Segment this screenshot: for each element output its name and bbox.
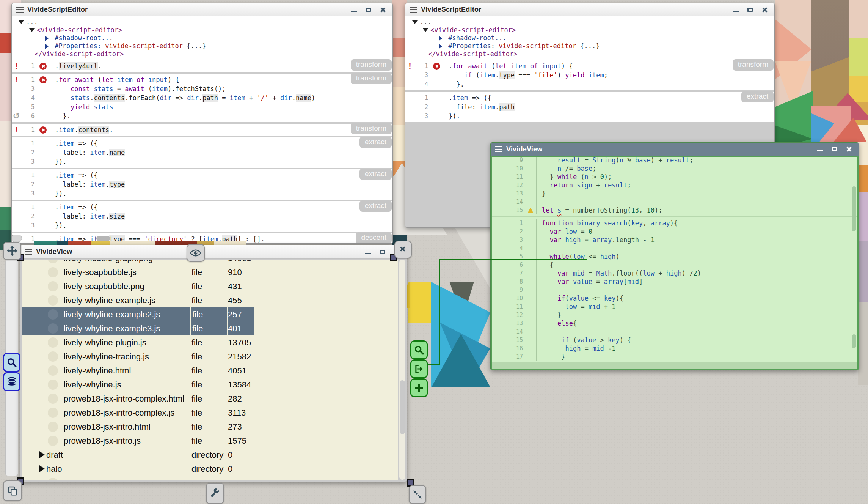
close-button[interactable] <box>843 145 855 154</box>
collapse-icon[interactable] <box>29 28 35 32</box>
script-step-badge[interactable]: extract <box>359 169 392 180</box>
code-line[interactable]: 1.item => ({ <box>12 203 392 212</box>
code-line[interactable]: 12 return sign + result; <box>492 181 857 189</box>
code-line[interactable]: 2 label: item.size <box>12 212 392 221</box>
close-button[interactable] <box>758 5 771 14</box>
code-line[interactable]: 3 var high = array.length - 1 <box>492 236 857 244</box>
file-row[interactable]: lively-soapbubble.pngfile431 <box>22 279 398 293</box>
resize-button[interactable] <box>409 485 426 504</box>
vertical-scrollbar-track[interactable] <box>399 260 405 480</box>
code-line[interactable]: !1.for await (let item of input) { <box>405 61 774 71</box>
script-block[interactable]: extract1.item => ({2 label: item.type3})… <box>12 169 392 200</box>
collapse-icon[interactable] <box>412 20 418 24</box>
code-line[interactable]: 2 label: item.type <box>12 180 392 189</box>
code-line[interactable]: 13 else{ <box>492 319 857 328</box>
file-row[interactable]: proweb18-jsx-intro.htmlfile273 <box>22 420 398 434</box>
code-line[interactable]: 17 } <box>492 353 857 361</box>
minimize-button[interactable] <box>730 5 742 14</box>
code-line[interactable]: 4 stats.contents.forEach(dir => dir.path… <box>12 93 392 102</box>
close-button[interactable] <box>377 5 389 14</box>
code-line[interactable]: 1function binary_search(key, array){ <box>492 219 857 227</box>
file-row[interactable]: lively-whyline-plugin.jsfile13705 <box>22 335 398 350</box>
code-line[interactable]: 13} <box>492 189 857 198</box>
halo-close-button[interactable] <box>394 241 412 258</box>
file-row[interactable]: halodirectory0 <box>22 462 398 476</box>
code-line[interactable]: 9 result = String(n % base) + result; <box>492 156 857 164</box>
menu-icon[interactable] <box>410 7 417 13</box>
code-line[interactable]: 3}). <box>12 221 392 230</box>
code-line[interactable]: !1.for await (let item of input) { <box>12 75 392 84</box>
code-line[interactable]: 1.item => ({ <box>12 171 392 180</box>
vertical-scrollbar-thumb[interactable] <box>852 186 856 231</box>
file-row[interactable]: index.htmlfile331 <box>22 476 398 480</box>
file-row[interactable]: lively-whyline-example.jsfile455 <box>22 293 398 307</box>
file-row[interactable]: lively-whyline.htmlfile4051 <box>22 364 398 378</box>
minimize-button[interactable] <box>814 145 826 154</box>
code-line[interactable]: 7 var mid = Math.floor((low + high) /2) <box>492 269 857 277</box>
code-line[interactable]: 2 var low = 0 <box>492 227 857 236</box>
expand-icon[interactable] <box>439 44 442 49</box>
tree-line[interactable]: #shadow-root... <box>12 34 392 42</box>
view-add-button[interactable] <box>410 378 428 397</box>
code-line[interactable]: 1.item => ({ <box>12 139 392 148</box>
minimize-button[interactable] <box>348 5 360 14</box>
tree-line[interactable]: <vivide-script-editor> <box>405 26 774 34</box>
code-line[interactable]: 6 { <box>492 261 857 269</box>
titlebar[interactable]: VivideView <box>491 143 859 156</box>
code-line[interactable]: 11 low = mid + 1 <box>492 302 857 311</box>
file-row[interactable]: lively-whyline-example2.jsfile257 <box>22 307 398 321</box>
tree-line[interactable]: ... <box>12 18 392 26</box>
menu-icon[interactable] <box>495 146 502 152</box>
code-line[interactable]: 3}). <box>12 189 392 198</box>
script-block[interactable]: transform!1.for await (let item of input… <box>405 60 774 90</box>
code-line[interactable]: 5 yield stats <box>12 102 392 112</box>
maximize-button[interactable] <box>744 5 756 14</box>
titlebar[interactable]: VivideScriptEditor <box>405 3 774 16</box>
script-step-badge[interactable]: transform <box>733 59 774 71</box>
file-row[interactable]: lively-soapbubble.jsfile910 <box>22 265 398 279</box>
expand-icon[interactable] <box>39 451 45 458</box>
expand-icon[interactable] <box>39 465 45 472</box>
tree-line[interactable]: ... <box>405 18 774 26</box>
code-line[interactable]: 1.item => ({ <box>405 93 774 102</box>
tree-line[interactable]: #shadow-root... <box>405 34 774 42</box>
code-line[interactable]: 3 if (item.type === 'file') yield item; <box>405 71 774 80</box>
tools-button[interactable] <box>206 483 224 504</box>
search-button[interactable] <box>3 353 20 372</box>
script-block[interactable]: transform!1.lively4url. <box>12 60 392 72</box>
code-line[interactable]: 14 <box>492 328 857 336</box>
script-block[interactable]: extract1.item => ({2 label: item.name3})… <box>12 137 392 168</box>
file-row[interactable]: proweb18-jsx-intro.jsfile1575 <box>22 434 398 448</box>
vertical-scrollbar-thumb[interactable] <box>852 334 856 348</box>
code-line[interactable]: 8 var value = array[mid] <box>492 277 857 286</box>
code-line[interactable]: 4 }. <box>405 80 774 89</box>
file-row[interactable]: lively-whyline-example3.jsfile401 <box>22 321 398 335</box>
script-block[interactable]: 9 result = String(n % base) + result;10 … <box>492 156 857 216</box>
expand-icon[interactable] <box>439 36 442 41</box>
code-line[interactable]: 12 } <box>492 311 857 319</box>
expand-icon[interactable] <box>45 36 49 41</box>
code-line[interactable]: 2 file: item.path <box>405 102 774 112</box>
code-line[interactable]: !1.lively4url. <box>12 61 392 71</box>
code-line[interactable]: 9 <box>492 286 857 294</box>
tree-line[interactable]: <vivide-script-editor> <box>12 26 392 34</box>
collapse-icon[interactable] <box>423 28 428 32</box>
code-line[interactable]: 3 const stats = await (item).fetchStats(… <box>12 84 392 93</box>
code-line[interactable]: ↺6 }. <box>12 112 392 121</box>
file-row[interactable]: lively-whyline.jsfile13584 <box>22 378 398 392</box>
code-line[interactable]: !1.item.contents. <box>12 125 392 134</box>
code-line[interactable]: 14 <box>492 198 857 206</box>
minimize-button[interactable] <box>362 247 374 257</box>
menu-icon[interactable] <box>16 7 24 13</box>
database-button[interactable] <box>3 372 20 391</box>
code-line[interactable]: 15let s = numberToString(13, 10); <box>492 206 857 214</box>
code-line[interactable]: 3}). <box>405 112 774 121</box>
script-step-badge[interactable]: descent <box>356 232 392 244</box>
move-button[interactable] <box>3 242 21 260</box>
copy-button[interactable] <box>3 480 22 501</box>
code-line[interactable]: 15 if (value > key) { <box>492 336 857 344</box>
file-row[interactable]: draftdirectory0 <box>22 448 398 462</box>
script-step-badge[interactable]: transform <box>351 59 392 71</box>
script-block[interactable]: transform!1.for await (let item of input… <box>12 74 392 122</box>
code-line[interactable]: 11 } while (n > 0); <box>492 173 857 181</box>
